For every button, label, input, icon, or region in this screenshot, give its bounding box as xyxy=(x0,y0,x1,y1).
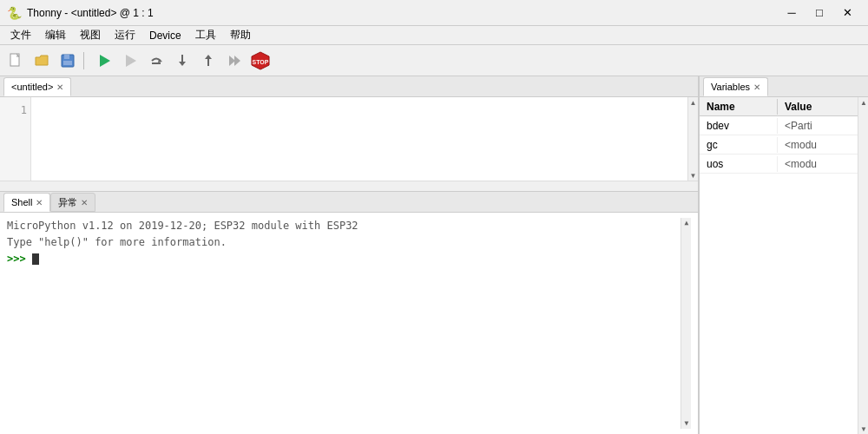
resume-button[interactable] xyxy=(222,49,247,73)
variable-name: bdev xyxy=(700,118,778,134)
step-out-icon xyxy=(201,53,216,69)
title-left: 🐍 Thonny - <untitled> @ 1 : 1 xyxy=(7,6,154,20)
svg-marker-11 xyxy=(205,55,212,59)
window-controls: ─ □ ✕ xyxy=(778,0,861,26)
shell-prompt: >>> xyxy=(7,253,26,265)
var-scroll-track xyxy=(858,108,868,424)
new-file-button[interactable] xyxy=(3,49,28,73)
editor-tab-untitled[interactable]: <untitled> ✕ xyxy=(3,77,71,96)
close-button[interactable]: ✕ xyxy=(833,0,861,26)
open-icon xyxy=(34,53,49,69)
menu-item-Device[interactable]: Device xyxy=(142,28,188,43)
shell-tab-label: 异常 xyxy=(58,196,77,209)
shell-tab-异常[interactable]: 异常✕ xyxy=(50,193,95,212)
shell-scrollbar[interactable]: ▲ ▼ xyxy=(681,218,691,429)
variables-name-header: Name xyxy=(700,99,778,115)
step-over-button[interactable] xyxy=(144,49,168,73)
code-editor[interactable]: 1 ▲ ▼ xyxy=(0,97,698,181)
variable-name: gc xyxy=(700,137,778,153)
shell-content: MicroPython v1.12 on 2019-12-20; ESP32 m… xyxy=(0,213,698,434)
svg-marker-13 xyxy=(234,56,240,66)
shell-panel: Shell✕异常✕ MicroPython v1.12 on 2019-12-2… xyxy=(0,191,698,434)
shell-text[interactable]: MicroPython v1.12 on 2019-12-20; ESP32 m… xyxy=(7,218,677,429)
menu-item-帮助[interactable]: 帮助 xyxy=(223,26,258,44)
debug-icon xyxy=(122,53,138,69)
shell-scroll-up[interactable]: ▲ xyxy=(681,218,692,228)
menu-item-运行[interactable]: 运行 xyxy=(108,26,142,44)
save-file-button[interactable] xyxy=(56,49,80,73)
editor-tab-close[interactable]: ✕ xyxy=(56,82,63,92)
shell-scroll-down[interactable]: ▼ xyxy=(681,418,692,429)
line-number-1: 1 xyxy=(3,102,27,118)
var-scroll-up[interactable]: ▲ xyxy=(858,97,868,108)
editor-tab-bar: <untitled> ✕ xyxy=(0,76,698,97)
shell-scroll-track xyxy=(681,228,691,418)
menu-item-文件[interactable]: 文件 xyxy=(3,26,38,44)
variables-content: Name Value bdev<Partigc<moduuos<modu ▲ ▼ xyxy=(700,97,868,434)
variable-name: uos xyxy=(700,156,778,172)
editor-scrollbar-vertical[interactable]: ▲ ▼ xyxy=(687,97,698,181)
window-title: Thonny - <untitled> @ 1 : 1 xyxy=(27,7,154,19)
step-out-button[interactable] xyxy=(196,49,220,73)
table-row[interactable]: gc<modu xyxy=(700,135,858,155)
menu-item-工具[interactable]: 工具 xyxy=(188,26,223,44)
title-bar: 🐍 Thonny - <untitled> @ 1 : 1 ─ □ ✕ xyxy=(0,0,868,26)
svg-marker-12 xyxy=(229,56,235,66)
shell-output-line2: Type "help()" for more information. xyxy=(7,234,677,251)
variables-tab-label: Variables xyxy=(711,82,750,92)
shell-tab-Shell[interactable]: Shell✕ xyxy=(3,193,50,212)
editor-scrollbar-horizontal[interactable] xyxy=(0,181,698,191)
toolbar-separator-1 xyxy=(83,52,89,69)
shell-prompt-line: >>> xyxy=(7,251,677,267)
shell-tab-label: Shell xyxy=(11,197,32,207)
svg-marker-5 xyxy=(126,55,136,67)
debug-button[interactable] xyxy=(118,49,142,73)
scroll-up-arrow[interactable]: ▲ xyxy=(688,97,699,108)
menu-item-编辑[interactable]: 编辑 xyxy=(38,26,73,44)
scroll-down-arrow[interactable]: ▼ xyxy=(688,170,699,181)
variables-panel: Variables ✕ Name Value bdev<Partigc<modu… xyxy=(699,76,868,434)
svg-text:STOP: STOP xyxy=(253,59,269,65)
new-file-icon xyxy=(8,53,23,69)
variables-tab-bar: Variables ✕ xyxy=(700,76,868,97)
svg-marker-4 xyxy=(100,55,110,67)
run-button[interactable] xyxy=(92,49,116,73)
table-row[interactable]: uos<modu xyxy=(700,155,858,174)
shell-cursor xyxy=(32,253,39,265)
step-into-icon xyxy=(174,53,190,69)
var-scroll-down[interactable]: ▼ xyxy=(858,424,868,434)
minimize-button[interactable]: ─ xyxy=(778,0,806,26)
code-content[interactable] xyxy=(31,97,687,181)
variables-tab[interactable]: Variables ✕ xyxy=(703,77,768,96)
resume-icon xyxy=(227,53,242,69)
variables-tab-close[interactable]: ✕ xyxy=(753,82,760,92)
step-over-icon xyxy=(148,53,164,69)
main-content: <untitled> ✕ 1 ▲ ▼ Shell✕异常✕ MicroPython xyxy=(0,76,868,434)
shell-tab-close[interactable]: ✕ xyxy=(81,198,88,207)
variable-value: <modu xyxy=(778,137,858,153)
shell-tab-close[interactable]: ✕ xyxy=(36,198,43,207)
variable-value: <Parti xyxy=(778,118,858,134)
line-numbers: 1 xyxy=(0,97,31,181)
variables-value-header: Value xyxy=(778,99,858,115)
save-icon xyxy=(60,53,76,69)
variables-rows: bdev<Partigc<moduuos<modu xyxy=(700,116,858,434)
variables-table: Name Value bdev<Partigc<moduuos<modu xyxy=(700,97,858,434)
stop-button[interactable]: STOP xyxy=(248,49,273,73)
step-into-button[interactable] xyxy=(170,49,194,73)
svg-marker-9 xyxy=(179,62,186,66)
editor-area: <untitled> ✕ 1 ▲ ▼ Shell✕异常✕ MicroPython xyxy=(0,76,699,434)
svg-rect-3 xyxy=(63,61,72,65)
variables-header: Name Value xyxy=(700,97,858,116)
stop-icon: STOP xyxy=(250,50,271,71)
menu-bar: 文件编辑视图运行Device工具帮助 xyxy=(0,26,868,45)
svg-rect-2 xyxy=(64,55,69,59)
maximize-button[interactable]: □ xyxy=(806,0,833,26)
variables-scrollbar[interactable]: ▲ ▼ xyxy=(858,97,868,434)
app-icon: 🐍 xyxy=(7,6,22,20)
open-file-button[interactable] xyxy=(30,49,54,73)
shell-output-line1: MicroPython v1.12 on 2019-12-20; ESP32 m… xyxy=(7,218,677,234)
menu-item-视图[interactable]: 视图 xyxy=(73,26,108,44)
table-row[interactable]: bdev<Parti xyxy=(700,116,858,135)
toolbar: STOP xyxy=(0,45,868,76)
